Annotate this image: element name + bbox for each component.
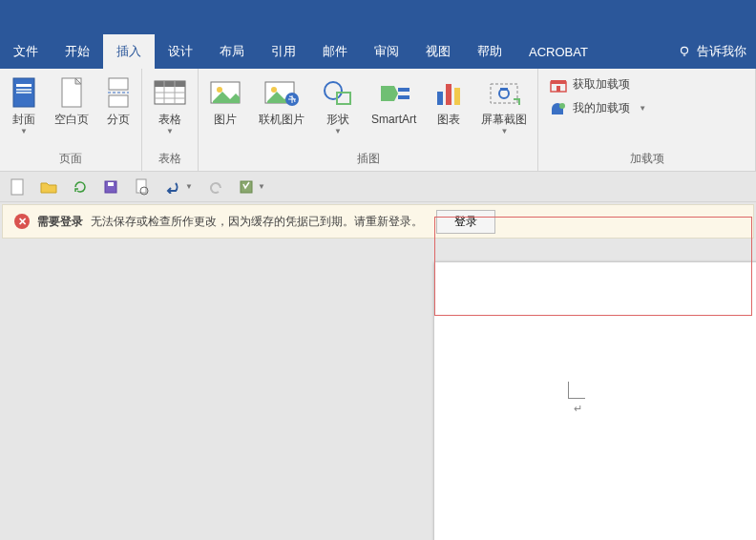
svg-point-33 — [559, 103, 565, 109]
svg-rect-25 — [446, 84, 452, 105]
new-doc-button[interactable] — [10, 178, 25, 196]
customize-button[interactable]: ▼ — [239, 179, 265, 195]
svg-rect-34 — [11, 179, 23, 195]
svg-rect-3 — [16, 89, 32, 91]
svg-point-0 — [682, 47, 688, 53]
chart-button[interactable]: 图表 — [425, 71, 472, 145]
tab-design[interactable]: 设计 — [155, 34, 206, 69]
caret-down-icon: ▼ — [639, 104, 646, 113]
svg-rect-2 — [16, 84, 32, 87]
new-doc-icon — [10, 178, 25, 196]
svg-rect-6 — [109, 78, 128, 90]
cover-page-button[interactable]: 封面 ▼ — [2, 71, 46, 145]
group-addons-label: 加载项 — [540, 149, 753, 171]
group-illustrations: 图片 联机图片 形状 ▼ SmartArt 图表 屏幕截图 — [199, 69, 538, 171]
document-canvas[interactable]: ↵ — [0, 239, 756, 540]
undo-icon — [164, 180, 183, 194]
print-preview-button[interactable] — [134, 178, 149, 196]
svg-rect-10 — [155, 81, 185, 87]
group-pages: 封面 ▼ 空白页 分页 页面 — [0, 69, 142, 171]
svg-rect-7 — [109, 95, 128, 107]
group-pages-label: 页面 — [2, 149, 139, 171]
smartart-icon — [377, 78, 411, 107]
svg-rect-31 — [551, 80, 566, 84]
page-break-icon — [106, 76, 131, 109]
group-addons: 获取加载项 我的加载项 ▼ 加载项 — [538, 69, 756, 171]
error-icon: ✕ — [14, 214, 30, 229]
caret-down-icon: ▼ — [500, 127, 508, 135]
tab-layout[interactable]: 布局 — [206, 34, 258, 69]
shapes-button[interactable]: 形状 ▼ — [313, 71, 363, 145]
refresh-icon — [73, 179, 88, 195]
group-illustrations-label: 插图 — [200, 149, 536, 171]
cursor-position: ↵ — [568, 382, 585, 415]
tab-references[interactable]: 引用 — [258, 34, 309, 69]
tab-acrobat[interactable]: ACROBAT — [515, 34, 601, 69]
svg-rect-32 — [556, 86, 560, 92]
redo-button[interactable] — [208, 180, 223, 194]
tell-me-search[interactable]: 告诉我你 — [668, 34, 756, 69]
ribbon-tabs: 文件 开始 插入 设计 布局 引用 邮件 审阅 视图 帮助 ACROBAT 告诉… — [0, 34, 756, 69]
refresh-button[interactable] — [73, 179, 88, 195]
caret-down-icon: ▼ — [334, 127, 342, 135]
caret-down-icon: ▼ — [20, 127, 28, 135]
open-button[interactable] — [40, 180, 57, 194]
online-pictures-button[interactable]: 联机图片 — [250, 71, 313, 145]
svg-rect-27 — [491, 84, 517, 103]
message-title: 需要登录 — [37, 214, 83, 230]
pictures-button[interactable]: 图片 — [200, 71, 250, 145]
folder-open-icon — [40, 180, 57, 194]
svg-point-20 — [325, 82, 342, 99]
redo-icon — [208, 180, 223, 194]
blank-page-icon — [59, 76, 84, 109]
picture-icon — [209, 78, 242, 107]
ribbon: 封面 ▼ 空白页 分页 页面 表格 ▼ 表格 — [0, 69, 756, 172]
save-icon — [103, 179, 118, 195]
tab-help[interactable]: 帮助 — [464, 34, 515, 69]
svg-rect-22 — [398, 88, 410, 92]
svg-rect-21 — [337, 93, 350, 104]
screenshot-button[interactable]: 屏幕截图 ▼ — [472, 71, 536, 145]
svg-rect-23 — [398, 95, 410, 99]
addons-icon — [550, 101, 567, 116]
lightbulb-icon — [678, 45, 691, 58]
group-tables-label: 表格 — [144, 149, 196, 171]
svg-rect-36 — [108, 182, 114, 186]
document-page[interactable]: ↵ — [434, 262, 756, 540]
svg-point-18 — [271, 87, 277, 93]
get-addons-button[interactable]: 获取加载项 — [550, 76, 646, 93]
message-body: 无法保存或检查所作更改，因为缓存的凭据已到期。请重新登录。 — [91, 214, 423, 230]
table-button[interactable]: 表格 ▼ — [144, 71, 196, 145]
login-button[interactable]: 登录 — [436, 210, 495, 234]
tab-home[interactable]: 开始 — [52, 34, 103, 69]
shapes-icon — [322, 77, 354, 108]
svg-rect-37 — [136, 179, 146, 193]
login-required-message-bar: ✕ 需要登录 无法保存或检查所作更改，因为缓存的凭据已到期。请重新登录。 登录 — [2, 204, 754, 239]
quick-access-toolbar: ▼ ▼ — [0, 172, 756, 202]
tab-insert[interactable]: 插入 — [103, 34, 155, 69]
title-bar — [0, 0, 756, 34]
tab-mailings[interactable]: 邮件 — [309, 34, 361, 69]
save-button[interactable] — [103, 179, 118, 195]
svg-rect-29 — [500, 88, 508, 91]
tab-file[interactable]: 文件 — [0, 34, 52, 69]
cover-page-icon — [10, 76, 37, 109]
table-icon — [153, 77, 187, 108]
svg-rect-4 — [16, 92, 32, 93]
tab-view[interactable]: 视图 — [412, 34, 464, 69]
screenshot-icon — [487, 78, 521, 107]
group-tables: 表格 ▼ 表格 — [142, 69, 199, 171]
svg-rect-24 — [437, 92, 443, 105]
svg-rect-26 — [454, 88, 460, 105]
page-break-button[interactable]: 分页 — [97, 71, 139, 145]
smartart-button[interactable]: SmartArt — [363, 71, 425, 145]
caret-down-icon: ▼ — [166, 127, 174, 135]
svg-point-16 — [217, 87, 222, 93]
undo-button[interactable]: ▼ — [164, 180, 193, 194]
online-picture-icon — [263, 78, 300, 107]
blank-page-button[interactable]: 空白页 — [46, 71, 97, 145]
tab-review[interactable]: 审阅 — [361, 34, 412, 69]
tell-me-label: 告诉我你 — [697, 43, 746, 60]
chart-icon — [433, 78, 464, 107]
my-addons-button[interactable]: 我的加载项 ▼ — [550, 100, 646, 116]
